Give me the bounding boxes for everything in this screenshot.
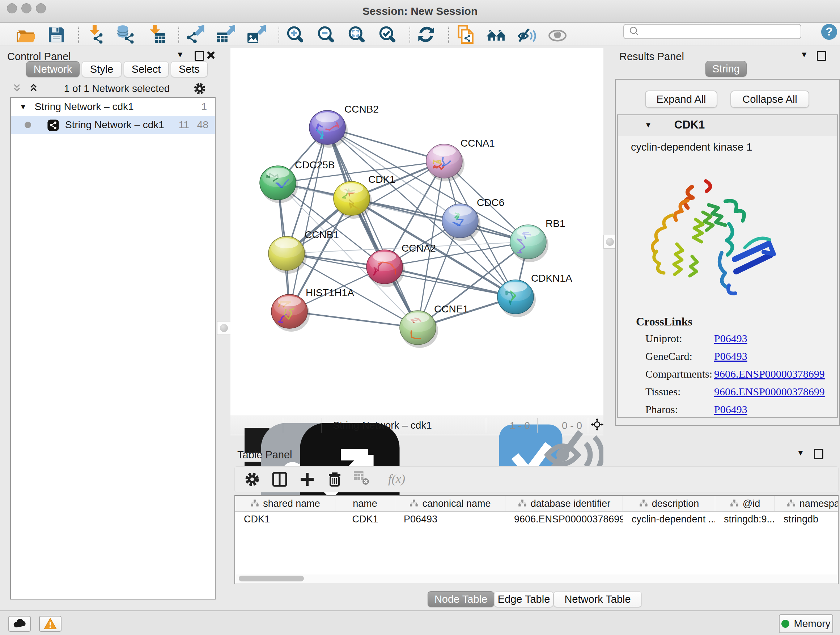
import-network-icon[interactable]	[85, 25, 104, 44]
node-ccna1[interactable]: CCNA1	[426, 138, 495, 181]
node-cdk1[interactable]: CDK1	[333, 174, 395, 219]
export-image-icon[interactable]	[247, 25, 266, 44]
node-ccnb2[interactable]: CCNB2	[309, 103, 379, 148]
collapse-all-button[interactable]: Collapse All	[730, 90, 809, 108]
gene-header[interactable]: ▼ CDK1	[618, 115, 837, 135]
expand-all-button[interactable]: Expand All	[645, 90, 717, 108]
tab-network-table[interactable]: Network Table	[554, 591, 642, 607]
zoom-out-icon[interactable]	[317, 25, 335, 44]
node-hist1h1a[interactable]: HIST1H1A	[271, 287, 354, 332]
crosslink-value[interactable]: P06493	[714, 350, 747, 363]
tab-node-table[interactable]: Node Table	[428, 591, 494, 607]
network-edge-count: 48	[197, 119, 208, 131]
crosslink-label: GeneCard:	[645, 350, 714, 363]
expand-all-networks-icon[interactable]	[29, 82, 41, 95]
control-panel-float-icon[interactable]	[195, 51, 204, 61]
crosslink-value[interactable]: P06493	[714, 403, 747, 416]
cloud-button[interactable]	[8, 616, 31, 632]
save-session-icon[interactable]	[47, 25, 65, 44]
node-rb1[interactable]: RB1	[510, 218, 565, 262]
cell-name[interactable]: CDK1	[335, 512, 395, 526]
results-panel-collapse-icon[interactable]: ▼	[800, 50, 808, 59]
add-column-icon[interactable]	[298, 470, 316, 488]
gene-collapse-icon[interactable]: ▼	[645, 121, 652, 129]
table-panel-collapse-icon[interactable]: ▼	[797, 448, 805, 458]
left-splitter-handle[interactable]	[217, 321, 231, 335]
control-panel-collapse-icon[interactable]: ▼	[176, 50, 184, 59]
cell-namespace[interactable]: stringdb	[775, 512, 838, 526]
table-panel-title: Table Panel	[237, 449, 292, 461]
search-icon	[628, 25, 641, 38]
table-horizontal-scrollbar[interactable]	[236, 574, 837, 583]
import-database-icon[interactable]	[116, 25, 135, 44]
edge[interactable]	[289, 127, 327, 311]
preview-disabled-icon[interactable]	[548, 25, 567, 44]
show-columns-icon[interactable]	[271, 470, 288, 488]
network-row-selected[interactable]: String Network – cdk1 11 48	[11, 116, 215, 134]
export-table-icon[interactable]	[216, 25, 235, 44]
column-header-@id[interactable]: @id	[715, 496, 775, 511]
collection-expand-icon[interactable]: ▼	[19, 103, 27, 111]
column-header-namespace[interactable]: namespace	[775, 496, 838, 511]
cell-shared-name[interactable]: CDK1	[235, 512, 335, 526]
export-network-icon[interactable]	[186, 25, 204, 44]
column-header-canonical-name[interactable]: canonical name	[395, 496, 505, 511]
string-import-icon[interactable]	[455, 25, 474, 44]
zoom-selected-icon[interactable]	[378, 25, 397, 44]
control-panel-close-icon[interactable]	[206, 51, 215, 59]
tab-network[interactable]: Network	[26, 61, 80, 77]
cell-description[interactable]: cyclin-dependent ...	[623, 512, 715, 526]
zoom-fit-icon[interactable]	[347, 25, 366, 44]
node-table[interactable]: shared namenamecanonical namedatabase id…	[234, 495, 838, 584]
tab-style[interactable]: Style	[82, 61, 122, 77]
cell-database-identifier[interactable]: 9606.ENSP00000378699	[505, 512, 623, 526]
delete-column-icon[interactable]	[326, 470, 343, 488]
toolbar-separator	[178, 26, 179, 43]
crosslink-value[interactable]: 9606.ENSP00000378699	[714, 386, 825, 398]
column-header-description[interactable]: description	[623, 496, 715, 511]
warnings-button[interactable]	[39, 616, 62, 632]
cell-@id[interactable]: stringdb:9...	[715, 512, 775, 526]
crosslink-value[interactable]: P06493	[714, 333, 747, 345]
crosslink-value[interactable]: 9606.ENSP00000378699	[714, 368, 825, 380]
hidden-nodes-edges: 0 - 0	[562, 420, 582, 432]
table-row[interactable]: CDK1CDK1P064939606.ENSP00000378699cyclin…	[235, 512, 838, 526]
table-options-gear-icon[interactable]	[243, 470, 261, 488]
home-icon[interactable]	[486, 25, 505, 44]
network-canvas[interactable]: CCNB2CCNA1CDC25BCDK1CDC6RB1CCNB1CCNA2CDK…	[231, 48, 603, 416]
gene-panel: ▼ CDK1 cyclin-dependent kinase 1	[617, 114, 838, 418]
node-label: HIST1H1A	[306, 287, 354, 298]
column-header-name[interactable]: name	[335, 496, 395, 511]
refresh-layout-icon[interactable]	[417, 25, 436, 44]
results-panel-float-icon[interactable]	[817, 51, 826, 61]
column-header-shared-name[interactable]: shared name	[235, 496, 335, 511]
memory-button[interactable]: Memory	[779, 614, 833, 633]
column-header-database-identifier[interactable]: database identifier	[505, 496, 623, 511]
node-cdc6[interactable]: CDC6	[442, 197, 504, 241]
tab-string[interactable]: String	[706, 61, 747, 77]
string-network-icon	[47, 119, 59, 131]
tab-sets[interactable]: Sets	[171, 61, 208, 77]
toolbar-separator	[78, 26, 79, 43]
node-cdc25b[interactable]: CDC25B	[260, 159, 335, 203]
tab-edge-table[interactable]: Edge Table	[494, 591, 554, 607]
zoom-in-icon[interactable]	[286, 25, 305, 44]
search-input[interactable]	[641, 26, 795, 38]
right-splitter-handle[interactable]	[603, 235, 616, 249]
scrollbar-thumb[interactable]	[239, 576, 304, 581]
node-cdkn1a[interactable]: CDKN1A	[497, 272, 572, 317]
network-options-gear-icon[interactable]	[193, 81, 207, 96]
open-session-icon[interactable]	[16, 25, 35, 44]
search-field[interactable]	[623, 24, 801, 39]
network-collection-row[interactable]: ▼ String Network – cdk1 1	[11, 98, 215, 116]
center-view-crosshair-icon[interactable]	[591, 418, 603, 431]
collapse-all-networks-icon[interactable]	[12, 82, 25, 95]
table-toolbar: f(x)	[234, 466, 838, 492]
help-button[interactable]: ?	[821, 23, 838, 41]
import-table-icon[interactable]	[147, 25, 166, 44]
cell-canonical-name[interactable]: P06493	[395, 512, 505, 526]
title-bar: Session: New Session	[0, 0, 840, 23]
table-panel-float-icon[interactable]	[814, 449, 823, 459]
tab-select[interactable]: Select	[124, 61, 169, 77]
hide-unhide-icon[interactable]	[517, 25, 536, 44]
